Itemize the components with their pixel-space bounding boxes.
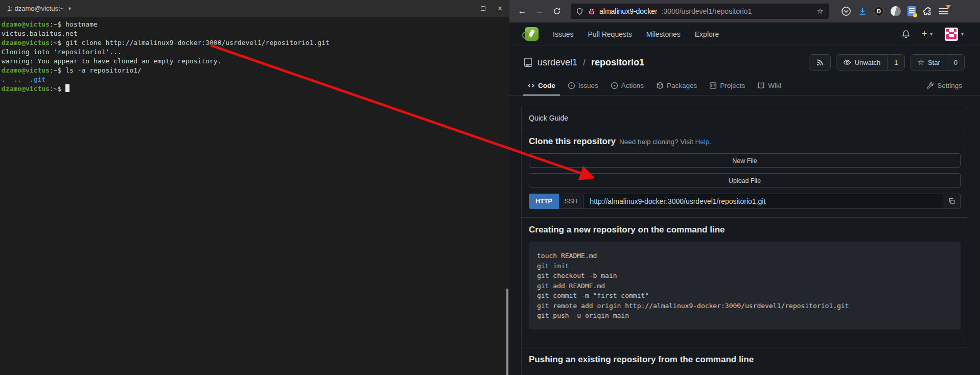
eye-icon (843, 58, 851, 66)
star-icon: ☆ (917, 58, 924, 67)
star-button[interactable]: ☆ Star 0 (910, 54, 965, 71)
http-protocol-button[interactable]: HTTP (529, 194, 559, 209)
terminal-line: Cloning into 'repositorio1'... (2, 48, 508, 57)
update-badge-icon (946, 5, 951, 9)
tab-projects[interactable]: Projects (705, 77, 750, 96)
user-menu[interactable]: ▼ (945, 28, 965, 41)
terminal-line: dzamo@victus:~$ git clone http://almalin… (2, 38, 508, 48)
bookmark-star-icon[interactable]: ☆ (817, 7, 824, 16)
create-new-button[interactable]: +▼ (922, 29, 934, 39)
upload-file-button[interactable]: Upload File (529, 173, 961, 188)
terminal-text-segment: dzamo@victus (2, 39, 50, 46)
gitea-logo-icon[interactable] (525, 27, 539, 41)
terminal-text-segment (21, 76, 30, 83)
terminal-text-segment: dzamo@victus (2, 66, 50, 74)
clone-section: Clone this repository Need help cloning?… (522, 129, 968, 218)
watch-count[interactable]: 1 (887, 55, 904, 70)
reload-icon[interactable] (549, 4, 565, 19)
clone-help-text: Need help cloning? Visit (619, 138, 693, 146)
insecure-lock-icon[interactable] (588, 8, 595, 15)
clone-url-input[interactable] (584, 194, 943, 209)
copy-icon (948, 198, 955, 205)
extensions-puzzle-icon[interactable] (923, 7, 932, 16)
close-window-icon[interactable]: × (498, 5, 502, 13)
browser-window: ← → almalinux9-docker:3000/usrdevel1/rep… (509, 0, 980, 375)
tab-packages[interactable]: Packages (651, 77, 702, 96)
extension-gray-icon[interactable] (891, 6, 901, 16)
tab-actions[interactable]: Actions (606, 77, 648, 96)
tracking-shield-icon[interactable] (576, 8, 584, 15)
downloads-icon[interactable] (858, 7, 867, 16)
menu-icon[interactable] (939, 7, 949, 15)
address-bar[interactable]: almalinux9-docker:3000/usrdevel1/reposit… (571, 4, 829, 19)
url-host: almalinux9-docker (599, 7, 658, 15)
repo-tabbar: Code Issues Actions Packages (509, 77, 980, 96)
rss-feed-button[interactable] (809, 54, 831, 71)
new-file-button[interactable]: New File (529, 153, 961, 168)
terminal-text-segment: :~$ git clone http://almalinux9-docker:3… (50, 39, 330, 46)
terminal-scrollbar[interactable] (506, 289, 508, 375)
url-path: :3000/usrdevel1/repositorio1 (662, 7, 752, 15)
terminal-text-segment: Cloning into 'repositorio1'... (2, 48, 122, 56)
terminal-line: dzamo@victus:~$ hostname (2, 20, 508, 29)
terminal-line: dzamo@victus:~$ (2, 84, 508, 93)
rss-icon (816, 59, 824, 66)
actions-play-icon (611, 82, 618, 89)
project-board-icon (709, 82, 717, 89)
terminal-text-segment: warning: You appear to have cloned an em… (2, 57, 221, 65)
extension-d-icon[interactable]: D (874, 6, 884, 16)
star-count[interactable]: 0 (947, 55, 964, 70)
quick-guide-panel: Quick Guide Clone this repository Need h… (521, 107, 968, 375)
tab-issues[interactable]: Issues (563, 77, 603, 96)
terminal-text-segment: :~$ ls -a repositorio1/ (50, 66, 142, 74)
repo-separator: / (582, 57, 587, 68)
terminal-text-segment: . (2, 76, 6, 83)
code-block-creating: touch README.md git init git checkout -b… (529, 242, 961, 330)
terminal-line: dzamo@victus:~$ ls -a repositorio1/ (2, 66, 508, 75)
repo-content: Quick Guide Clone this repository Need h… (509, 96, 980, 375)
clone-heading: Clone this repository (529, 136, 616, 147)
help-link[interactable]: Help (695, 138, 709, 146)
code-icon (527, 82, 535, 89)
pushing-section: Pushing an existing repository from the … (522, 347, 968, 375)
creating-heading: Creating a new repository on the command… (529, 225, 961, 235)
repository-icon (523, 57, 533, 67)
terminal-output[interactable]: dzamo@victus:~$ hostnamevictus.balaitus.… (0, 17, 509, 96)
pushing-heading: Pushing an existing repository from the … (529, 355, 961, 365)
clone-url-row: HTTP SSH (529, 194, 961, 209)
ssh-protocol-button[interactable]: SSH (559, 194, 584, 209)
terminal-text-segment: :~$ hostname (50, 20, 98, 28)
nav-explore[interactable]: Explore (695, 30, 719, 38)
browser-toolbar: ← → almalinux9-docker:3000/usrdevel1/rep… (509, 0, 980, 22)
terminal-line: victus.balaitus.net (2, 29, 508, 38)
terminal-text-segment (6, 76, 14, 83)
tab-wiki[interactable]: Wiki (753, 77, 786, 96)
nav-pull-requests[interactable]: Pull Requests (588, 30, 632, 38)
terminal-text-segment: victus.balaitus.net (2, 30, 78, 37)
restore-window-icon[interactable] (481, 6, 485, 11)
translate-extension-icon[interactable] (907, 6, 916, 16)
terminal-dropdown-caret-icon[interactable]: ▼ (67, 6, 72, 11)
copy-url-button[interactable] (943, 194, 961, 209)
pocket-icon[interactable] (841, 6, 851, 16)
tab-code[interactable]: Code (523, 77, 560, 96)
quick-guide-title: Quick Guide (529, 114, 568, 122)
terminal-line: . .. .git (2, 75, 508, 84)
terminal-text-segment: :~$ (50, 85, 65, 92)
star-label: Star (928, 59, 940, 66)
repo-name[interactable]: repositorio1 (591, 57, 644, 68)
package-icon (656, 82, 664, 89)
nav-milestones[interactable]: Milestones (646, 30, 681, 38)
terminal-titlebar[interactable]: 1: dzamo@victus:~ ▼ × (0, 0, 509, 17)
notifications-bell-icon[interactable] (901, 30, 911, 39)
repo-owner[interactable]: usrdevel1 (538, 57, 577, 68)
nav-issues[interactable]: Issues (553, 30, 573, 38)
unwatch-button[interactable]: Unwatch 1 (836, 54, 905, 71)
back-icon[interactable]: ← (515, 4, 530, 19)
creating-section: Creating a new repository on the command… (522, 218, 968, 347)
avatar[interactable] (945, 28, 958, 41)
terminal-cursor (65, 84, 69, 92)
forward-icon[interactable]: → (532, 4, 547, 19)
tab-settings[interactable]: Settings (922, 77, 967, 96)
gitea-page: Issues Pull Requests Milestones Explore … (509, 22, 980, 375)
